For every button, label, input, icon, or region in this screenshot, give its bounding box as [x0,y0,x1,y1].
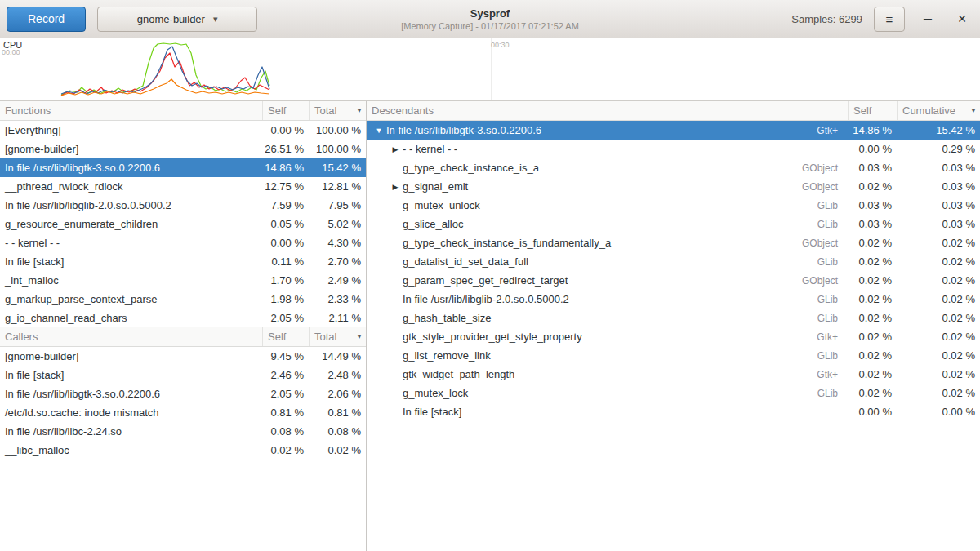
total-percent-value: 0.02 % [897,256,980,268]
table-row[interactable]: - - kernel - -0.00 %4.30 % [0,233,366,252]
total-percent-value: 0.02 % [309,444,366,456]
library-tag: Gtk+ [817,369,848,380]
self-percent-value: 26.51 % [262,143,309,155]
function-name: g_type_check_instance_is_fundamentally_a [403,237,611,249]
function-name: [Everything] [5,124,61,136]
total-percent-value: 12.81 % [309,180,366,193]
function-name: [gnome-builder] [5,350,78,362]
descendants-cumulative-column-header[interactable]: Cumulative ▼ [897,101,980,120]
self-percent-value: 0.02 % [848,274,897,287]
descendants-table: ▼In file /usr/lib/libgtk-3.so.0.2200.6Gt… [367,121,980,421]
table-row[interactable]: ▼In file /usr/lib/libgtk-3.so.0.2200.6Gt… [367,121,980,140]
table-row[interactable]: g_io_channel_read_chars2.05 %2.11 % [0,309,366,327]
total-percent-value: 15.42 % [309,162,366,174]
table-row[interactable]: __libc_malloc0.02 %0.02 % [0,441,366,460]
function-name-cell: In file [stack] [0,369,262,381]
table-row[interactable]: g_markup_parse_context_parse1.98 %2.33 % [0,290,366,309]
function-name-cell: In file /usr/lib/libgtk-3.so.0.2200.6 [0,388,262,400]
table-row[interactable]: g_type_check_instance_is_fundamentally_a… [367,233,980,252]
function-name-cell: g_type_check_instance_is_fundamentally_a… [367,237,848,249]
table-row[interactable]: g_hash_table_sizeGLib0.02 %0.02 % [367,309,980,327]
function-name: In file /usr/lib/libgtk-3.so.0.2200.6 [5,388,160,400]
table-row[interactable]: g_mutex_lockGLib0.02 %0.02 % [367,384,980,402]
expander-closed-icon[interactable]: ▶ [388,183,403,191]
table-row[interactable]: /etc/ld.so.cache: inode mismatch0.81 %0.… [0,403,366,422]
callers-column-header[interactable]: Callers [0,327,262,346]
table-row[interactable]: In file /usr/lib/libgtk-3.so.0.2200.614.… [0,158,366,177]
descendants-self-column-header[interactable]: Self [848,101,897,120]
table-row[interactable]: g_resource_enumerate_children0.05 %5.02 … [0,215,366,233]
table-row[interactable]: [gnome-builder]26.51 %100.00 % [0,140,366,158]
total-percent-value: 5.02 % [309,218,366,230]
table-row[interactable]: In file [stack]0.00 %0.00 % [367,402,980,421]
hamburger-menu-button[interactable]: ≡ [874,7,905,32]
table-row[interactable]: g_param_spec_get_redirect_targetGObject0… [367,271,980,290]
library-tag: GLib [817,256,848,268]
total-percent-value: 0.03 % [897,162,980,174]
expander-open-icon[interactable]: ▼ [372,127,386,135]
table-row[interactable]: In file [stack]2.46 %2.48 % [0,366,366,384]
table-row[interactable]: In file /usr/lib/libglib-2.0.so.0.5000.2… [367,290,980,309]
table-row[interactable]: In file /usr/lib/libglib-2.0.so.0.5000.2… [0,196,366,215]
function-name-cell: gtk_style_provider_get_style_propertyGtk… [367,331,848,343]
timeline-tick-mid: 00:30 [491,41,510,49]
table-row[interactable]: g_slice_allocGLib0.03 %0.03 % [367,215,980,233]
table-row[interactable]: g_list_remove_linkGLib0.02 %0.02 % [367,346,980,365]
self-percent-value: 0.02 % [848,331,897,343]
function-name: g_slice_alloc [403,218,463,230]
self-percent-value: 0.02 % [262,444,309,456]
table-row[interactable]: ▶g_signal_emitGObject0.02 %0.03 % [367,177,980,196]
table-row[interactable]: [Everything]0.00 %100.00 % [0,121,366,140]
table-row[interactable]: [gnome-builder]9.45 %14.49 % [0,347,366,366]
total-percent-value: 15.42 % [897,124,980,136]
functions-total-column-header[interactable]: Total ▼ [309,101,366,120]
cpu-timeline[interactable]: CPU 00:00 00:30 [0,38,980,101]
functions-self-column-header[interactable]: Self [262,101,309,120]
minimize-button[interactable]: ─ [916,7,939,30]
function-name-cell: gtk_widget_path_lengthGtk+ [367,368,848,380]
function-name: /etc/ld.so.cache: inode mismatch [5,407,159,419]
function-name-cell: In file /usr/lib/libc-2.24.so [0,425,262,438]
function-name: g_resource_enumerate_children [5,218,158,230]
table-row[interactable]: In file /usr/lib/libc-2.24.so0.08 %0.08 … [0,422,366,441]
process-selector-dropdown[interactable]: gnome-builder ▾ [97,7,257,32]
total-percent-value: 0.02 % [897,349,980,362]
table-row[interactable]: g_type_check_instance_is_aGObject0.03 %0… [367,158,980,177]
record-button[interactable]: Record [7,7,86,32]
library-tag: GLib [817,388,848,399]
table-row[interactable]: gtk_widget_path_lengthGtk+0.02 %0.02 % [367,365,980,384]
table-row[interactable]: g_datalist_id_set_data_fullGLib0.02 %0.0… [367,252,980,271]
table-row[interactable]: ▶- - kernel - -0.00 %0.29 % [367,140,980,158]
total-percent-value: 0.29 % [897,143,980,155]
self-percent-value: 9.45 % [262,350,309,362]
expander-closed-icon[interactable]: ▶ [388,145,403,153]
function-name: _int_malloc [5,274,59,287]
minimize-icon: ─ [924,12,932,25]
function-name: g_signal_emit [403,180,468,193]
function-name: g_param_spec_get_redirect_target [403,274,568,287]
callers-total-column-header[interactable]: Total ▼ [309,327,366,346]
functions-column-header[interactable]: Functions [0,101,262,120]
function-name-cell: [gnome-builder] [0,143,262,155]
function-name: g_mutex_unlock [403,199,480,211]
table-row[interactable]: In file /usr/lib/libgtk-3.so.0.2200.62.0… [0,384,366,403]
library-tag: GLib [817,294,848,305]
table-row[interactable]: g_mutex_unlockGLib0.03 %0.03 % [367,196,980,215]
descendants-column-header[interactable]: Descendants [367,101,848,120]
library-tag: GObject [802,238,848,249]
self-percent-value: 0.00 % [848,143,897,155]
total-percent-value: 14.49 % [309,350,366,362]
total-percent-value: 0.03 % [897,218,980,230]
callers-self-column-header[interactable]: Self [262,327,309,346]
table-row[interactable]: In file [stack]0.11 %2.70 % [0,252,366,271]
function-name-cell: ▼In file /usr/lib/libgtk-3.so.0.2200.6Gt… [367,124,848,136]
close-button[interactable]: ✕ [951,7,973,30]
table-row[interactable]: __pthread_rwlock_rdlock12.75 %12.81 % [0,177,366,196]
self-percent-value: 0.81 % [262,407,309,419]
table-row[interactable]: _int_malloc1.70 %2.49 % [0,271,366,290]
function-name: g_hash_table_size [403,312,491,324]
self-percent-value: 0.02 % [848,312,897,324]
cpu-red-series [61,53,270,96]
total-percent-value: 2.70 % [309,256,366,268]
table-row[interactable]: gtk_style_provider_get_style_propertyGtk… [367,327,980,346]
